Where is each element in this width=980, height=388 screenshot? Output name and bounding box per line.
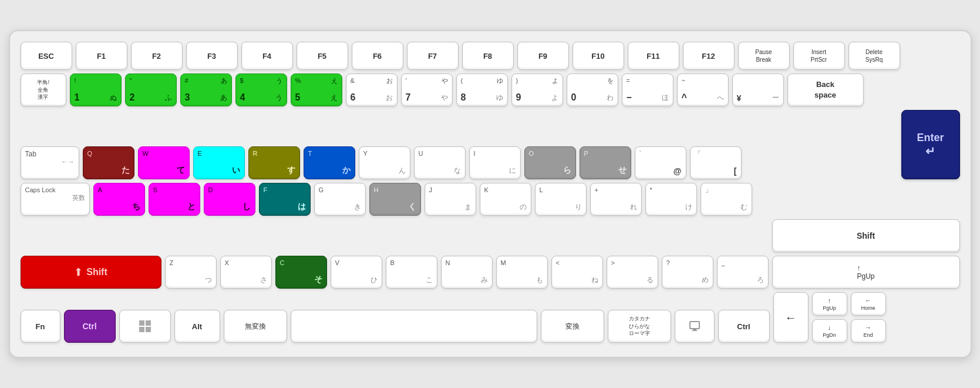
key-4[interactable]: $ う 4 う xyxy=(235,73,287,106)
key-0[interactable]: を 0 わ xyxy=(567,73,618,106)
key-m[interactable]: M も xyxy=(496,256,548,289)
key-home[interactable]: ←Home xyxy=(851,292,886,316)
key-backslash[interactable]: _ ろ xyxy=(717,256,769,289)
key-i[interactable]: I に xyxy=(469,146,521,179)
key-6[interactable]: & お 6 お xyxy=(346,73,398,106)
key-up-arrow[interactable]: ↑PgUp xyxy=(812,292,847,316)
key-9[interactable]: ) よ 9 よ xyxy=(511,73,563,106)
key-f4[interactable]: F4 xyxy=(241,42,293,70)
key-tab[interactable]: Tab ←→ xyxy=(21,146,79,179)
key-caret[interactable]: ~ ^ へ xyxy=(677,73,729,106)
key-f8[interactable]: F8 xyxy=(462,42,514,70)
key-comma[interactable]: < ね xyxy=(551,256,603,289)
key-ctrl-right[interactable]: Ctrl xyxy=(718,310,770,343)
key-fn[interactable]: Fn xyxy=(21,310,60,343)
key-end[interactable]: →End xyxy=(851,319,886,343)
key-j[interactable]: J ま xyxy=(425,183,476,216)
key-delete[interactable]: DeleteSysRq xyxy=(848,42,900,70)
key-f6[interactable]: F6 xyxy=(352,42,403,70)
key-insert[interactable]: InsertPrtScr xyxy=(793,42,845,70)
key-d[interactable]: D し xyxy=(204,183,255,216)
qwerty-row: Tab ←→ Q た W て E い R す T か Y ん xyxy=(21,110,960,179)
key-katakana[interactable]: カタカナひらがなローマ字 xyxy=(608,310,671,343)
key-esc[interactable]: ESC xyxy=(21,42,72,70)
key-c[interactable]: C そ xyxy=(275,256,327,289)
key-n[interactable]: N み xyxy=(441,256,493,289)
key-s[interactable]: S と xyxy=(149,183,200,216)
number-row: 半角/全角漢字 ! 1 ぬ " 2 ふ xyxy=(21,73,960,106)
key-7[interactable]: ' や 7 や xyxy=(401,73,453,106)
key-k[interactable]: K の xyxy=(480,183,531,216)
key-x[interactable]: X さ xyxy=(220,256,272,289)
svg-rect-2 xyxy=(139,327,144,332)
key-yen[interactable]: ¥ ー xyxy=(732,73,784,106)
key-f9[interactable]: F9 xyxy=(517,42,569,70)
svg-rect-0 xyxy=(139,320,144,326)
key-y[interactable]: Y ん xyxy=(359,146,410,179)
key-colon[interactable]: * け xyxy=(645,183,697,216)
key-minus[interactable]: = − ほ xyxy=(622,73,673,106)
key-left-arrow[interactable]: ← xyxy=(773,292,809,343)
key-backspace[interactable]: Backspace xyxy=(787,73,864,106)
key-period[interactable]: > る xyxy=(607,256,658,289)
key-z[interactable]: Z つ xyxy=(165,256,217,289)
svg-rect-1 xyxy=(146,320,151,326)
key-f[interactable]: F は xyxy=(259,183,311,216)
key-f11[interactable]: F11 xyxy=(628,42,679,70)
key-prtsc[interactable] xyxy=(675,310,715,343)
key-at[interactable]: ` @ xyxy=(635,146,686,179)
key-bracket-open[interactable]: 「 [ xyxy=(690,146,742,179)
key-win[interactable] xyxy=(119,310,171,343)
key-muhenkan[interactable]: 無変換 xyxy=(224,310,287,343)
nav-cluster: ← ↑PgUp ↓PgDn ←Home →End xyxy=(773,292,886,343)
key-2[interactable]: " 2 ふ xyxy=(125,73,177,106)
key-pause[interactable]: PauseBreak xyxy=(738,42,790,70)
key-8[interactable]: ( ゆ 8 ゆ xyxy=(456,73,508,106)
key-shift-right[interactable]: Shift xyxy=(772,219,960,252)
key-g[interactable]: G き xyxy=(314,183,366,216)
key-f12[interactable]: F12 xyxy=(683,42,735,70)
key-t[interactable]: T か xyxy=(304,146,355,179)
svg-rect-4 xyxy=(690,322,699,329)
key-f3[interactable]: F3 xyxy=(186,42,238,70)
key-3[interactable]: # あ 3 あ xyxy=(180,73,232,106)
key-alt[interactable]: Alt xyxy=(174,310,220,343)
windows-icon xyxy=(138,319,152,333)
key-e[interactable]: E い xyxy=(193,146,245,179)
key-f2[interactable]: F2 xyxy=(131,42,183,70)
key-r[interactable]: R す xyxy=(248,146,300,179)
keyboard: ESC F1 F2 F3 F4 F5 F6 F7 F8 F9 F10 F11 F… xyxy=(9,30,972,358)
key-p[interactable]: P せ xyxy=(580,146,631,179)
key-w[interactable]: W て xyxy=(138,146,190,179)
key-v[interactable]: V ひ xyxy=(331,256,382,289)
key-pgup[interactable]: ↑PgUp xyxy=(772,256,960,289)
svg-rect-3 xyxy=(146,327,151,332)
key-bracket-close[interactable]: 」 む xyxy=(701,183,752,216)
key-l[interactable]: L り xyxy=(535,183,587,216)
key-u[interactable]: U な xyxy=(414,146,466,179)
key-enter[interactable]: Enter ↵ xyxy=(901,110,960,179)
key-o[interactable]: O ら xyxy=(524,146,576,179)
key-f5[interactable]: F5 xyxy=(297,42,348,70)
key-pgdn[interactable]: ↓PgDn xyxy=(812,319,847,343)
key-henkan[interactable]: 変換 xyxy=(541,310,604,343)
key-space[interactable] xyxy=(291,310,537,343)
key-a[interactable]: A ち xyxy=(93,183,145,216)
key-hankaku[interactable]: 半角/全角漢字 xyxy=(21,73,66,106)
key-5[interactable]: % え 5 え xyxy=(291,73,342,106)
svg-rect-6 xyxy=(692,330,698,331)
key-b[interactable]: B こ xyxy=(386,256,437,289)
key-slash[interactable]: ? め xyxy=(662,256,713,289)
key-ctrl-left[interactable]: Ctrl xyxy=(64,310,116,343)
key-f7[interactable]: F7 xyxy=(407,42,459,70)
bottom-row: Fn Ctrl Alt 無変換 変換 xyxy=(21,292,960,343)
key-semicolon[interactable]: + れ xyxy=(590,183,642,216)
key-f1[interactable]: F1 xyxy=(76,42,127,70)
key-shift-left[interactable]: ⬆ Shift xyxy=(21,256,161,289)
key-capslock[interactable]: Caps Lock 英数 xyxy=(21,183,90,216)
key-f10[interactable]: F10 xyxy=(572,42,624,70)
key-h[interactable]: H く xyxy=(369,183,421,216)
key-1[interactable]: ! 1 ぬ xyxy=(70,73,122,106)
fn-row: ESC F1 F2 F3 F4 F5 F6 F7 F8 F9 F10 F11 F… xyxy=(21,42,960,70)
key-q[interactable]: Q た xyxy=(83,146,134,179)
